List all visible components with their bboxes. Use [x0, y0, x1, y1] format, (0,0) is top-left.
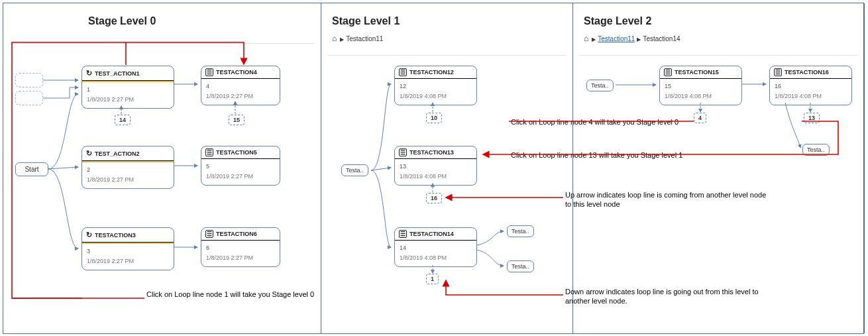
card-testaction12[interactable]: TESTACTION12 121/8/2019 4:08 PM — [394, 66, 477, 105]
card-title: TESTACTION15 — [675, 69, 719, 76]
breadcrumb-current: Testaction14 — [643, 35, 680, 42]
divider — [10, 43, 314, 44]
card-test-action1[interactable]: TEST_ACTION1 11/8/2019 2:27 PM — [81, 66, 174, 109]
diagram-canvas: Stage Level 0 Start TEST_ACTION1 11/8/20… — [3, 3, 864, 334]
ghost-node — [15, 91, 43, 105]
annotation-node-4: Click on Loop line node 4 will take you … — [511, 117, 723, 127]
divider — [328, 55, 566, 56]
breadcrumb-level-2: Testaction11Testaction14 — [584, 34, 680, 43]
card-testaction6[interactable]: TESTACTION6 61/8/2019 2:27 PM — [201, 227, 280, 267]
loop-badge-14[interactable]: 14 — [115, 115, 131, 125]
ellipsis-node[interactable]: Testa.. — [586, 80, 614, 91]
card-title: TESTACTION4 — [216, 69, 257, 76]
home-icon[interactable] — [584, 35, 590, 42]
card-header: TEST_ACTION2 — [82, 146, 174, 161]
chevron-right-icon — [338, 35, 346, 42]
card-testaction15[interactable]: TESTACTION15 151/8/2019 4:08 PM — [659, 66, 742, 105]
loop-badge-16[interactable]: 16 — [426, 193, 442, 203]
card-title: TESTACTION6 — [216, 231, 257, 237]
card-header: TESTACTION15 — [660, 66, 741, 79]
card-body: 11/8/2019 2:27 PM — [82, 82, 174, 108]
panel-level-2: Stage Level 2 Testaction11Testaction14 T… — [573, 3, 865, 333]
loop-icon — [86, 149, 92, 158]
panel-title-0: Stage Level 0 — [88, 15, 156, 27]
card-header: TESTACTION13 — [395, 146, 476, 159]
annotation-down-arrow: Down arrow indicates loop line is going … — [565, 287, 771, 306]
breadcrumb-current: Testaction11 — [346, 35, 383, 42]
panel-title-1: Stage Level 1 — [332, 15, 400, 27]
card-body: 41/8/2019 2:27 PM — [201, 79, 280, 105]
clip-icon — [399, 69, 407, 76]
panel-level-1: Stage Level 1 Testaction11 Testa.. TESTA… — [321, 3, 573, 333]
card-body: 61/8/2019 2:27 PM — [201, 241, 280, 266]
clip-icon — [399, 149, 407, 156]
card-body: 31/8/2019 2:27 PM — [82, 244, 174, 270]
loop-icon — [86, 69, 92, 78]
start-node[interactable]: Start — [15, 162, 48, 176]
card-title: TESTACTION12 — [409, 69, 454, 76]
card-body: 21/8/2019 2:27 PM — [82, 162, 174, 188]
card-title: TESTACTION5 — [216, 149, 257, 156]
panel-level-0: Stage Level 0 Start TEST_ACTION1 11/8/20… — [3, 3, 321, 333]
card-testaction3[interactable]: TESTACTION3 31/8/2019 2:27 PM — [81, 227, 174, 270]
home-icon[interactable] — [332, 35, 338, 42]
breadcrumb-level-1: Testaction11 — [332, 34, 383, 43]
clip-icon — [664, 69, 672, 76]
loop-icon — [86, 231, 92, 239]
card-testaction16[interactable]: TESTACTION16 161/8/2019 4:08 PM — [769, 66, 852, 105]
card-title: TEST_ACTION1 — [95, 70, 140, 77]
card-testaction5[interactable]: TESTACTION5 51/8/2019 2:27 PM — [201, 146, 280, 186]
card-body: 151/8/2019 4:08 PM — [660, 79, 741, 105]
card-header: TESTACTION3 — [82, 228, 174, 243]
card-title: TEST_ACTION2 — [95, 150, 140, 157]
ellipsis-node[interactable]: Testa.. — [802, 144, 830, 156]
card-header: TESTACTION5 — [201, 146, 280, 159]
card-body: 121/8/2019 4:08 PM — [395, 79, 476, 105]
card-header: TESTACTION12 — [395, 66, 476, 79]
connectors-level-2 — [573, 3, 865, 335]
card-test-action2[interactable]: TEST_ACTION2 21/8/2019 2:27 PM — [81, 146, 174, 189]
card-testaction13[interactable]: TESTACTION13 131/8/2019 4:08 PM — [394, 146, 477, 186]
card-body: 141/8/2019 4:08 PM — [395, 241, 476, 266]
clip-icon — [205, 231, 213, 237]
annotation-up-arrow: Up arrow indicates loop line is coming f… — [565, 190, 771, 209]
ellipsis-node[interactable]: Testa.. — [341, 164, 368, 176]
card-header: TEST_ACTION1 — [82, 66, 174, 81]
card-header: TESTACTION4 — [201, 66, 280, 79]
annotation-node-1: Click on Loop line node 1 will take you … — [146, 290, 385, 299]
clip-icon — [399, 231, 407, 237]
clip-icon — [205, 149, 213, 156]
breadcrumb-link[interactable]: Testaction11 — [598, 35, 635, 42]
ellipsis-node[interactable]: Testa.. — [507, 260, 534, 272]
loop-badge-15[interactable]: 15 — [229, 115, 244, 125]
chevron-right-icon — [635, 35, 643, 42]
card-body: 131/8/2019 4:08 PM — [395, 159, 476, 185]
clip-icon — [205, 69, 213, 76]
card-header: TESTACTION16 — [770, 66, 851, 79]
chevron-right-icon — [590, 35, 598, 42]
loop-badge-1[interactable]: 1 — [426, 274, 439, 284]
loop-badge-10[interactable]: 10 — [426, 113, 442, 123]
annotation-node-13: Click on Loop line node 13 will take you… — [511, 150, 723, 160]
divider — [580, 55, 857, 56]
card-testaction4[interactable]: TESTACTION4 41/8/2019 2:27 PM — [201, 66, 280, 105]
ghost-node — [15, 73, 43, 87]
card-body: 161/8/2019 4:08 PM — [770, 79, 851, 105]
clip-icon — [774, 69, 782, 76]
card-title: TESTACTION14 — [409, 231, 454, 237]
card-header: TESTACTION6 — [201, 228, 280, 241]
card-body: 51/8/2019 2:27 PM — [201, 159, 280, 185]
ellipsis-node[interactable]: Testa.. — [507, 225, 534, 237]
loop-badge-13[interactable]: 13 — [804, 113, 820, 123]
card-title: TESTACTION13 — [409, 149, 454, 156]
card-testaction14[interactable]: TESTACTION14 141/8/2019 4:08 PM — [394, 227, 477, 267]
panel-title-2: Stage Level 2 — [584, 15, 651, 27]
card-title: TESTACTION3 — [95, 232, 136, 239]
card-title: TESTACTION16 — [785, 69, 829, 76]
card-header: TESTACTION14 — [395, 228, 476, 241]
